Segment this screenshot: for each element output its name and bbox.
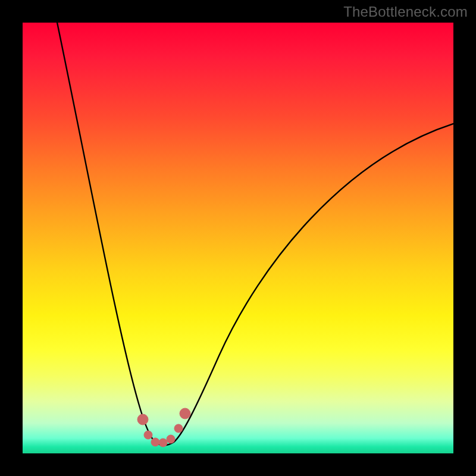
data-marker [174,424,183,433]
data-marker [159,439,167,447]
data-marker [180,408,190,419]
data-marker [167,435,175,443]
marker-layer [23,23,453,453]
data-marker [144,431,152,439]
data-marker [151,438,159,446]
chart-stage: TheBottleneck.com [0,0,476,476]
data-marker [137,414,148,425]
attribution-label: TheBottleneck.com [343,4,468,20]
plot-area [23,23,453,453]
marker-group [137,408,190,447]
